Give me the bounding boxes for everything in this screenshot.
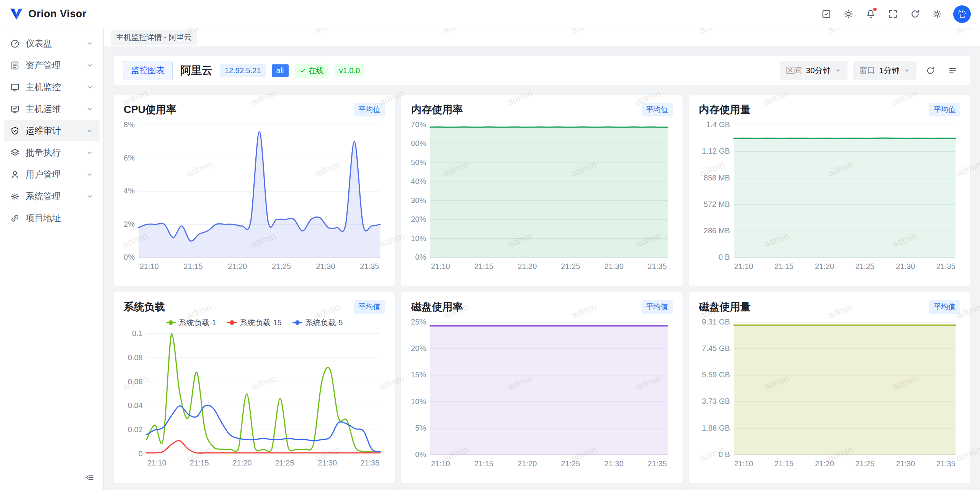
orion-visor-logo-icon — [9, 7, 24, 21]
svg-text:0.1: 0.1 — [132, 329, 143, 338]
disk-usage-percent-chart[interactable]: 0%5%10%15%20%25%21:1021:1521:2021:2521:3… — [411, 317, 672, 471]
breadcrumb: 主机监控详情 - 阿里云 — [104, 28, 980, 46]
chevron-down-icon — [86, 127, 93, 134]
avg-badge: 平均值 — [642, 300, 673, 314]
svg-text:15%: 15% — [411, 370, 426, 379]
sidebar-collapse-button[interactable] — [82, 469, 98, 485]
sidebar-item-project-link[interactable]: 项目地址 — [4, 208, 100, 229]
svg-text:21:15: 21:15 — [474, 459, 493, 468]
app-logo[interactable]: Orion Visor — [9, 7, 87, 21]
svg-text:60%: 60% — [411, 139, 426, 147]
svg-text:1.12 GB: 1.12 GB — [702, 147, 730, 155]
sidebar-item-host-ops[interactable]: 主机运维 — [4, 98, 100, 120]
sidebar-item-label: 主机监控 — [26, 81, 61, 93]
fullscreen-button[interactable] — [884, 5, 902, 23]
svg-text:21:35: 21:35 — [936, 459, 955, 468]
legend-item-load-5[interactable]: 系统负载-5 — [292, 318, 343, 328]
memory-usage-percent-chart[interactable]: 0%10%20%30%40%50%60%70%21:1021:1521:2021… — [411, 120, 672, 274]
collapse-menu-icon — [85, 473, 95, 482]
memory-usage-amount-chart[interactable]: 0 B286 MB572 MB858 MB1.12 GB1.4 GB21:102… — [699, 120, 960, 274]
host-code-tag: ali — [272, 64, 289, 77]
svg-text:21:10: 21:10 — [431, 459, 450, 468]
svg-text:21:35: 21:35 — [648, 262, 667, 270]
host-toolbar: 监控图表 阿里云 12.92.5.21 ali 在线 v1.0.0 区间 30分… — [114, 56, 970, 85]
settings-button[interactable] — [928, 5, 946, 23]
svg-text:21:15: 21:15 — [184, 262, 203, 270]
check-icon — [299, 67, 306, 74]
avg-badge: 平均值 — [929, 103, 960, 116]
page-scroll-area: 监控图表 阿里云 12.92.5.21 ali 在线 v1.0.0 区间 30分… — [104, 46, 980, 490]
chart-card-system-load: 系统负载 平均值 系统负载-1 系统负载-15 — [114, 292, 395, 483]
chart-card-disk-percent: 磁盘使用率 平均值 0%5%10%15%20%25%21:1021:1521:2… — [401, 292, 682, 483]
chevron-down-icon — [86, 40, 93, 47]
breadcrumb-tag[interactable]: 主机监控详情 - 阿里云 — [111, 30, 197, 45]
theme-toggle-button[interactable] — [839, 5, 858, 23]
svg-text:21:15: 21:15 — [474, 262, 493, 270]
host-ip-tag: 12.92.5.21 — [220, 64, 266, 77]
monitor-chart-tab-button[interactable]: 监控图表 — [123, 61, 173, 80]
svg-text:0 B: 0 B — [719, 253, 730, 261]
chart-grid-row-2: 系统负载 平均值 系统负载-1 系统负载-15 — [114, 292, 970, 483]
svg-text:20%: 20% — [411, 344, 426, 352]
sidebar-item-label: 批量执行 — [26, 147, 61, 159]
refresh-icon — [910, 9, 920, 19]
document-list-icon — [10, 61, 20, 70]
disk-usage-amount-chart[interactable]: 0 B1.86 GB3.73 GB5.59 GB7.45 GB9.31 GB21… — [699, 317, 960, 471]
todo-panel-button[interactable] — [817, 5, 835, 23]
legend-label: 系统负载-15 — [240, 318, 282, 328]
svg-text:0.06: 0.06 — [128, 377, 143, 386]
svg-text:21:20: 21:20 — [815, 459, 834, 468]
svg-text:21:35: 21:35 — [360, 459, 379, 467]
user-icon — [10, 170, 20, 180]
svg-text:21:35: 21:35 — [936, 262, 955, 270]
svg-text:9.31 GB: 9.31 GB — [702, 318, 730, 326]
sidebar-item-batch-exec[interactable]: 批量执行 — [4, 142, 100, 163]
svg-text:0.02: 0.02 — [128, 425, 143, 434]
sidebar-item-host-monitor[interactable]: 主机监控 — [4, 77, 100, 98]
chevron-down-icon — [86, 62, 93, 69]
window-select[interactable]: 窗口 1分钟 — [853, 61, 916, 80]
sidebar-item-system-mgmt[interactable]: 系统管理 — [4, 186, 100, 207]
sun-icon — [843, 9, 854, 19]
chart-title: 磁盘使用率 — [411, 300, 463, 314]
chart-list-button[interactable] — [944, 62, 961, 79]
top-header: Orion Visor 管 — [0, 0, 980, 28]
refresh-charts-button[interactable] — [922, 62, 939, 79]
avg-badge: 平均值 — [354, 300, 385, 314]
sidebar-item-ops-audit[interactable]: 运维审计 — [4, 120, 100, 141]
svg-text:21:10: 21:10 — [431, 262, 450, 270]
svg-text:7.45 GB: 7.45 GB — [702, 344, 730, 352]
gear-icon — [932, 9, 942, 19]
chart-card-memory-percent: 内存使用率 平均值 0%10%20%30%40%50%60%70%21:1021… — [401, 95, 682, 286]
svg-text:572 MB: 572 MB — [704, 200, 730, 208]
legend-item-load-15[interactable]: 系统负载-15 — [227, 318, 282, 328]
monitor-chart-icon — [10, 104, 20, 114]
system-load-chart[interactable]: 00.020.040.060.080.121:1021:1521:2021:25… — [124, 328, 385, 470]
svg-text:4%: 4% — [124, 187, 135, 195]
chart-card-memory-amount: 内存使用量 平均值 0 B286 MB572 MB858 MB1.12 GB1.… — [689, 95, 970, 286]
range-select[interactable]: 区间 30分钟 — [780, 61, 848, 80]
svg-text:3.73 GB: 3.73 GB — [702, 397, 730, 405]
chart-grid-row-1: CPU使用率 平均值 0%2%4%6%8%21:1021:1521:2021:2… — [114, 95, 970, 286]
reload-button[interactable] — [906, 5, 924, 23]
svg-text:21:10: 21:10 — [734, 459, 753, 468]
svg-text:10%: 10% — [411, 234, 426, 243]
shield-check-icon — [10, 126, 20, 136]
chart-title: 磁盘使用量 — [699, 300, 751, 314]
sidebar-item-user-mgmt[interactable]: 用户管理 — [4, 164, 100, 185]
chevron-down-icon — [835, 67, 841, 74]
chevron-down-icon — [86, 171, 93, 178]
user-avatar[interactable]: 管 — [953, 5, 971, 23]
svg-text:20%: 20% — [411, 215, 426, 223]
legend-item-load-1[interactable]: 系统负载-1 — [166, 318, 216, 328]
sidebar-item-assets[interactable]: 资产管理 — [4, 55, 100, 76]
sidebar-item-dashboard[interactable]: 仪表盘 — [4, 33, 100, 54]
svg-text:5.59 GB: 5.59 GB — [702, 370, 730, 379]
avg-badge: 平均值 — [929, 300, 960, 314]
host-online-tag: 在线 — [295, 64, 328, 78]
svg-text:21:15: 21:15 — [774, 459, 793, 468]
svg-text:21:15: 21:15 — [774, 262, 793, 270]
cpu-usage-chart[interactable]: 0%2%4%6%8%21:1021:1521:2021:2521:3021:35 — [124, 120, 385, 274]
notifications-button[interactable] — [861, 5, 880, 23]
toolbar-controls: 区间 30分钟 窗口 1分钟 — [780, 61, 961, 80]
